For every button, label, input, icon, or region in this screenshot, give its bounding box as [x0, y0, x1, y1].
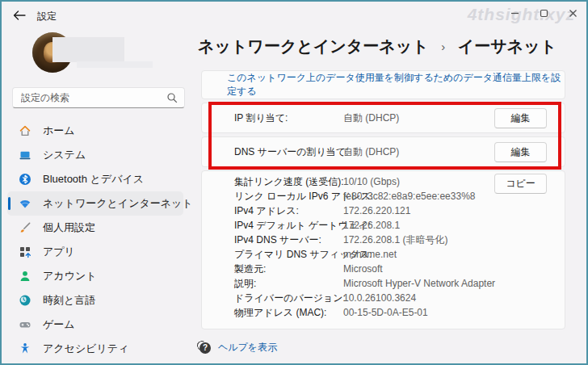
- help-link[interactable]: ヘルプを表示: [218, 341, 277, 355]
- sidebar-item-label: Bluetooth とデバイス: [43, 172, 144, 187]
- detail-row-driver-version: ドライバーのバージョン: 10.0.26100.3624: [202, 291, 565, 305]
- close-icon: [569, 9, 578, 18]
- detail-label: IPv4 アドレス:: [234, 204, 299, 218]
- sidebar-nav: ホーム システム Bluetooth とデバイス: [6, 119, 185, 361]
- detail-row-ipv6-address: リンク ローカル IPv6 アドレス: fe80::3c82:e8a9:e5ee…: [202, 189, 565, 203]
- back-button[interactable]: [11, 8, 27, 23]
- detail-value: 10.0.26100.3624: [343, 292, 416, 304]
- detail-row-gateway: IPv4 デフォルト ゲートウェイ: 172.26.208.1: [202, 218, 565, 233]
- help-row[interactable]: ? ヘルプを表示: [200, 341, 277, 355]
- sidebar-item-label: 時刻と言語: [43, 293, 95, 308]
- detail-value: mshome.net: [343, 249, 397, 260]
- sidebar-item-label: 個人用設定: [43, 220, 95, 235]
- detail-label: 集計リンク速度 (送受信):: [234, 175, 344, 189]
- sidebar-item-label: アプリ: [43, 245, 75, 259]
- accessibility-icon: [19, 342, 32, 355]
- apps-icon: [19, 245, 32, 258]
- sidebar-item-label: ネットワークとインターネット: [43, 196, 193, 211]
- home-icon: [19, 124, 32, 137]
- detail-row-link-speed: 集計リンク速度 (送受信): 10/10 (Gbps): [202, 174, 565, 189]
- detail-value: Microsoft: [343, 263, 383, 275]
- help-icon: ?: [200, 342, 211, 354]
- breadcrumb-separator-icon: ›: [441, 40, 445, 53]
- detail-row-manufacturer: 製造元: Microsoft: [202, 262, 565, 276]
- detail-value: 10/10 (Gbps): [343, 176, 400, 187]
- sidebar-item-home[interactable]: ホーム: [7, 119, 183, 143]
- sidebar-item-bluetooth-devices[interactable]: Bluetooth とデバイス: [7, 167, 183, 191]
- ip-assignment-row: IP 割り当て: 自動 (DHCP) 編集: [201, 103, 565, 133]
- sidebar-item-time-language[interactable]: 時刻と言語: [7, 288, 183, 313]
- detail-row-dns-server: IPv4 DNS サーバー: 172.26.208.1 (非暗号化): [202, 233, 565, 247]
- redacted-user-email: [77, 61, 153, 68]
- sidebar-item-label: ホーム: [43, 124, 75, 138]
- detail-value: 172.26.220.121: [343, 205, 410, 216]
- dns-edit-button[interactable]: 編集: [494, 142, 547, 162]
- data-limit-card[interactable]: このネットワーク上のデータ使用量を制御するためのデータ通信量上限を設定する: [201, 70, 565, 99]
- accounts-icon: [19, 270, 32, 283]
- sidebar-item-label: ゲーム: [43, 317, 75, 332]
- maximize-icon: [540, 9, 548, 18]
- detail-label: 製造元:: [234, 262, 266, 276]
- title-bar: 設定 4thsight.xyz: [2, 2, 586, 27]
- time-language-icon: [19, 294, 32, 307]
- minimize-icon: [510, 9, 519, 18]
- back-arrow-icon: [11, 8, 27, 23]
- dns-assignment-label: DNS サーバーの割り当て:: [234, 145, 348, 159]
- breadcrumb: ネットワークとインターネット › イーサネット: [198, 36, 556, 57]
- detail-value: 172.26.208.1 (非暗号化): [343, 233, 447, 247]
- breadcrumb-current: イーサネット: [458, 37, 556, 55]
- detail-value: 172.26.208.1: [343, 220, 400, 231]
- sidebar-item-gaming[interactable]: ゲーム: [7, 313, 183, 337]
- detail-row-ipv4-address: IPv4 アドレス: 172.26.220.121: [202, 203, 565, 218]
- dns-assignment-value: 自動 (DHCP): [343, 145, 399, 159]
- sidebar-item-accounts[interactable]: アカウント: [7, 264, 183, 288]
- ip-assignment-label: IP 割り当て:: [234, 111, 288, 125]
- detail-value: Microsoft Hyper-V Network Adapter: [343, 278, 495, 289]
- system-icon: [19, 149, 32, 162]
- network-icon: [19, 197, 32, 210]
- detail-label: 物理アドレス (MAC):: [234, 306, 326, 320]
- gaming-icon: [19, 318, 32, 331]
- personalization-icon: [19, 221, 32, 234]
- sidebar-item-label: アクセシビリティ: [43, 342, 128, 356]
- close-button[interactable]: [564, 5, 582, 21]
- search-input[interactable]: [21, 92, 166, 103]
- sidebar: ホーム システム Bluetooth とデバイス: [2, 27, 189, 363]
- sidebar-item-label: システム: [43, 148, 86, 162]
- detail-row-dns-suffix: プライマリ DNS サフィックス: mshome.net: [202, 247, 565, 262]
- app-title: 設定: [37, 10, 57, 23]
- search-icon: [166, 92, 178, 103]
- dns-assignment-row: DNS サーバーの割り当て: 自動 (DHCP) 編集: [201, 136, 565, 167]
- detail-value: fe80::3c82:e8a9:e5ee:ee33%8: [343, 191, 475, 202]
- sidebar-item-personalization[interactable]: 個人用設定: [7, 216, 183, 240]
- settings-search-box[interactable]: [12, 87, 185, 108]
- ip-edit-button[interactable]: 編集: [494, 108, 547, 128]
- detail-value: 00-15-5D-0A-E5-01: [343, 307, 428, 318]
- minimize-button[interactable]: [506, 5, 523, 21]
- detail-label: ドライバーのバージョン:: [234, 292, 346, 305]
- breadcrumb-parent[interactable]: ネットワークとインターネット: [198, 37, 429, 55]
- connection-details-card: コピー 集計リンク速度 (送受信): 10/10 (Gbps) リンク ローカル…: [201, 170, 565, 329]
- window-controls: [506, 5, 582, 21]
- sidebar-item-apps[interactable]: アプリ: [7, 240, 183, 264]
- settings-window: 設定 4thsight.xyz: [0, 0, 588, 365]
- detail-row-mac-address: 物理アドレス (MAC): 00-15-5D-0A-E5-01: [202, 305, 565, 320]
- ip-assignment-value: 自動 (DHCP): [343, 111, 399, 125]
- bluetooth-icon: [19, 173, 32, 186]
- sidebar-item-system[interactable]: システム: [7, 143, 183, 167]
- sidebar-item-network-internet[interactable]: ネットワークとインターネット: [7, 191, 183, 216]
- redacted-user-name: [52, 37, 124, 62]
- sidebar-item-accessibility[interactable]: アクセシビリティ: [7, 337, 183, 361]
- maximize-button[interactable]: [535, 5, 552, 21]
- sidebar-item-label: アカウント: [43, 269, 97, 283]
- detail-label: IPv4 DNS サーバー:: [234, 233, 321, 247]
- data-limit-link[interactable]: このネットワーク上のデータ使用量を制御するためのデータ通信量上限を設定する: [227, 71, 565, 99]
- detail-row-description: 説明: Microsoft Hyper-V Network Adapter: [202, 276, 565, 291]
- detail-label: 説明:: [234, 277, 256, 291]
